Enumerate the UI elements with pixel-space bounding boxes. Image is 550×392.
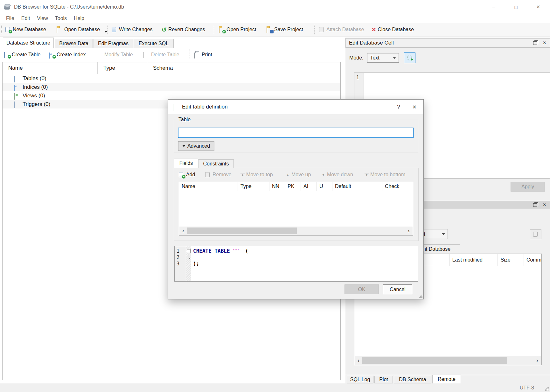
- menu-bar: File Edit View Tools Help: [0, 14, 550, 23]
- clone-database-button[interactable]: [530, 229, 541, 239]
- move-to-bottom-icon: ▼: [365, 173, 369, 177]
- col-nn[interactable]: NN: [269, 182, 285, 191]
- col-pk[interactable]: PK: [285, 182, 301, 191]
- tree-row-tables[interactable]: Tables (0): [3, 74, 340, 83]
- dialog-titlebar: Edit table definition ? ✕: [168, 100, 423, 114]
- fields-scroll-right-icon[interactable]: ›: [405, 228, 413, 234]
- dialog-resize-grip[interactable]: [419, 295, 422, 298]
- tab-constraints[interactable]: Constraints: [198, 159, 234, 168]
- open-project-button[interactable]: ▸ Open Project: [219, 23, 256, 36]
- col-u[interactable]: U: [317, 182, 332, 191]
- menu-edit[interactable]: Edit: [18, 16, 34, 21]
- index-tag-icon: [14, 84, 20, 90]
- remote-col-size[interactable]: Size: [498, 254, 524, 266]
- window-resize-grip[interactable]: [545, 387, 549, 391]
- new-database-button[interactable]: + New Database: [5, 23, 46, 36]
- modify-table-button[interactable]: Modify Table: [97, 48, 133, 61]
- scroll-left-icon[interactable]: ‹: [355, 358, 362, 363]
- toolbar-drag-handle[interactable]: [1, 25, 2, 34]
- remote-hscroll-thumb[interactable]: [362, 357, 507, 364]
- menu-view[interactable]: View: [33, 16, 51, 21]
- delete-table-button[interactable]: Delete Table: [143, 48, 179, 61]
- float-panel-icon[interactable]: [533, 41, 537, 45]
- tree-col-schema[interactable]: Schema: [147, 62, 340, 74]
- advanced-button[interactable]: Advanced: [178, 141, 214, 151]
- dialog-close-button[interactable]: ✕: [406, 104, 423, 110]
- open-database-icon: [57, 27, 63, 32]
- scroll-right-icon[interactable]: ›: [533, 358, 541, 363]
- menu-help[interactable]: Help: [70, 16, 88, 21]
- attach-database-button[interactable]: Attach Database: [319, 23, 364, 36]
- cancel-button[interactable]: Cancel: [383, 284, 412, 294]
- tree-col-type[interactable]: Type: [98, 62, 147, 74]
- col-type[interactable]: Type: [238, 182, 269, 191]
- remove-field-button[interactable]: Remove: [205, 171, 232, 179]
- open-database-dropdown[interactable]: [105, 31, 107, 33]
- open-project-icon: ▸: [219, 27, 225, 32]
- remote-col-commit[interactable]: Comm: [524, 254, 541, 266]
- save-project-button[interactable]: Save Project: [267, 23, 303, 36]
- sql-preview-editor[interactable]: 1 2 3 − CREATE TABLE "" ( );: [174, 246, 418, 282]
- float-remote-icon[interactable]: [533, 203, 537, 207]
- move-down-button[interactable]: ▼ Move down: [321, 171, 353, 179]
- col-check[interactable]: Check: [382, 182, 413, 191]
- mode-select[interactable]: Text: [367, 53, 399, 63]
- close-remote-icon[interactable]: ✕: [542, 202, 547, 208]
- fold-collapse-icon[interactable]: −: [187, 249, 191, 253]
- tab-db-schema[interactable]: DB Schema: [394, 376, 431, 383]
- edit-cell-panel-title: Edit Database Cell: [349, 40, 394, 46]
- minimize-button[interactable]: –: [486, 2, 501, 12]
- revert-changes-icon: ↺: [162, 27, 167, 32]
- dialog-help-button[interactable]: ?: [392, 104, 406, 110]
- create-index-button[interactable]: + Create Index: [49, 48, 86, 61]
- tab-browse-data[interactable]: Browse Data: [55, 39, 93, 48]
- fields-table[interactable]: Name Type NN PK AI U Default Check ‹ ›: [179, 182, 413, 236]
- col-name[interactable]: Name: [179, 182, 238, 191]
- revert-changes-button[interactable]: ↺ Revert Changes: [162, 23, 205, 36]
- tree-row-views[interactable]: Views (0): [3, 91, 340, 100]
- window-title: DB Browser for SQLite - C:\Users\turne\d…: [14, 4, 124, 10]
- create-table-button[interactable]: + Create Table: [4, 48, 40, 61]
- close-panel-icon[interactable]: ✕: [542, 40, 547, 46]
- tab-edit-pragmas[interactable]: Edit Pragmas: [94, 39, 133, 48]
- move-up-button[interactable]: ▲ Move up: [286, 171, 311, 179]
- ok-button[interactable]: OK: [345, 284, 379, 294]
- open-database-button[interactable]: Open Database: [57, 23, 107, 36]
- move-up-icon: ▲: [286, 173, 290, 177]
- move-to-top-button[interactable]: ▲ Move to top: [240, 171, 273, 179]
- menu-tools[interactable]: Tools: [52, 16, 70, 21]
- fields-hscrollbar[interactable]: ‹ ›: [179, 227, 413, 235]
- move-to-bottom-button[interactable]: ▼ Move to bottom: [365, 171, 405, 179]
- close-button[interactable]: ✕: [531, 2, 546, 12]
- fields-hscroll-thumb[interactable]: [187, 228, 297, 234]
- edit-cell-panel-titlebar: Edit Database Cell ✕: [345, 38, 550, 48]
- sql-code: CREATE TABLE "" ( );: [191, 246, 248, 281]
- tab-database-structure[interactable]: Database Structure: [3, 38, 54, 48]
- tab-remote[interactable]: Remote: [432, 375, 461, 383]
- auto-apply-button[interactable]: [404, 52, 415, 63]
- tree-row-indices[interactable]: Indices (0): [3, 83, 340, 91]
- col-ai[interactable]: AI: [301, 182, 317, 191]
- remote-hscrollbar[interactable]: ‹ ›: [355, 356, 541, 365]
- write-changes-button[interactable]: Write Changes: [111, 23, 153, 36]
- col-default[interactable]: Default: [332, 182, 382, 191]
- maximize-button[interactable]: □: [509, 2, 523, 12]
- add-field-button[interactable]: + Add: [178, 171, 195, 179]
- print-button[interactable]: Print: [194, 48, 212, 61]
- apply-button[interactable]: Apply: [511, 182, 545, 192]
- table-name-input[interactable]: [178, 128, 414, 138]
- edit-table-definition-dialog: Edit table definition ? ✕ Table Advanced…: [168, 99, 424, 299]
- print-icon: [194, 52, 200, 58]
- remote-col-last-modified[interactable]: Last modified: [450, 254, 498, 266]
- fields-scroll-left-icon[interactable]: ‹: [179, 228, 187, 234]
- menu-file[interactable]: File: [3, 16, 18, 21]
- mode-label: Mode:: [349, 55, 363, 61]
- sql-fold-margin[interactable]: −: [186, 246, 191, 281]
- tree-col-name[interactable]: Name: [3, 62, 98, 74]
- close-database-button[interactable]: ✕ Close Database: [372, 23, 414, 36]
- tab-sql-log[interactable]: SQL Log: [347, 376, 373, 383]
- status-bar: UTF-8: [0, 383, 550, 392]
- tab-execute-sql[interactable]: Execute SQL: [134, 39, 174, 48]
- tab-plot[interactable]: Plot: [374, 376, 393, 383]
- tab-fields[interactable]: Fields: [174, 158, 198, 168]
